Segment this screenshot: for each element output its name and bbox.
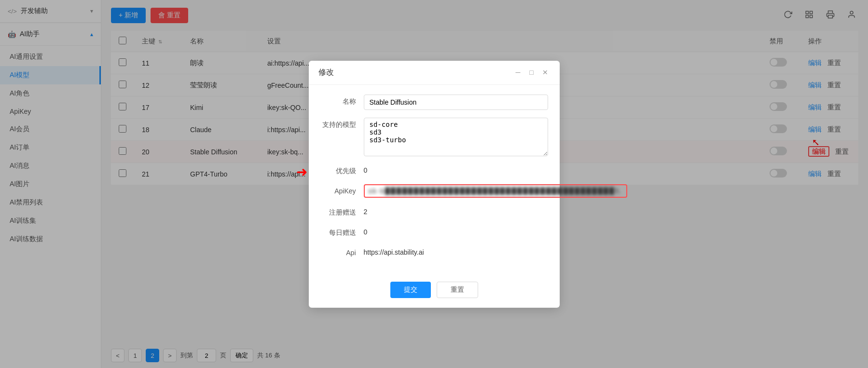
field-label-reg-gift: 注册赠送: [320, 205, 364, 217]
form-row-models: 支持的模型 sd-core sd3 sd3-turbo: [320, 118, 548, 156]
field-value-priority: 0: [364, 164, 548, 177]
modal-submit-button[interactable]: 提交: [390, 282, 431, 298]
field-label-daily-gift: 每日赠送: [320, 226, 364, 237]
apikey-masked-value: sk-b████████████████████████████████████…: [369, 187, 623, 195]
field-input-name[interactable]: [364, 95, 548, 110]
form-row-priority: ➜ 优先级 0: [320, 164, 548, 177]
field-value-reg-gift: 2: [364, 205, 548, 218]
modal-footer: 提交 重置: [309, 276, 560, 308]
field-label-apikey: ApiKey: [320, 184, 364, 195]
field-label-models: 支持的模型: [320, 118, 364, 129]
field-label-name: 名称: [320, 95, 364, 106]
arrow-priority: ➜: [296, 164, 307, 180]
field-label-api-url: Api: [320, 246, 364, 257]
edit-modal: 修改 ─ □ ✕ 名称 支持的模型 sd-core sd3 sd3-turbo …: [309, 61, 560, 308]
modal-body: 名称 支持的模型 sd-core sd3 sd3-turbo ➜ 优先级 0 A…: [309, 85, 560, 276]
apikey-highlight-box: sk-b████████████████████████████████████…: [364, 184, 628, 198]
modal-close-button[interactable]: ✕: [540, 68, 550, 77]
modal-overlay: 修改 ─ □ ✕ 名称 支持的模型 sd-core sd3 sd3-turbo …: [0, 0, 868, 368]
modal-maximize-button[interactable]: □: [527, 68, 537, 77]
field-textarea-models[interactable]: sd-core sd3 sd3-turbo: [364, 118, 548, 156]
field-label-priority: 优先级: [320, 164, 364, 176]
modal-minimize-button[interactable]: ─: [513, 68, 523, 77]
modal-header: 修改 ─ □ ✕: [309, 61, 560, 85]
form-row-daily-gift: 每日赠送 0: [320, 226, 548, 238]
modal-title: 修改: [318, 68, 334, 78]
modal-controls: ─ □ ✕: [513, 68, 550, 77]
form-row-api-url: Api https://api.stability.ai: [320, 246, 548, 259]
modal-reset-button[interactable]: 重置: [437, 282, 478, 298]
field-value-daily-gift: 0: [364, 226, 548, 238]
form-row-name: 名称: [320, 95, 548, 110]
form-row-reg-gift: 注册赠送 2: [320, 205, 548, 218]
field-value-api-url: https://api.stability.ai: [364, 246, 548, 259]
form-row-apikey: ApiKey sk-b█████████████████████████████…: [320, 184, 548, 198]
